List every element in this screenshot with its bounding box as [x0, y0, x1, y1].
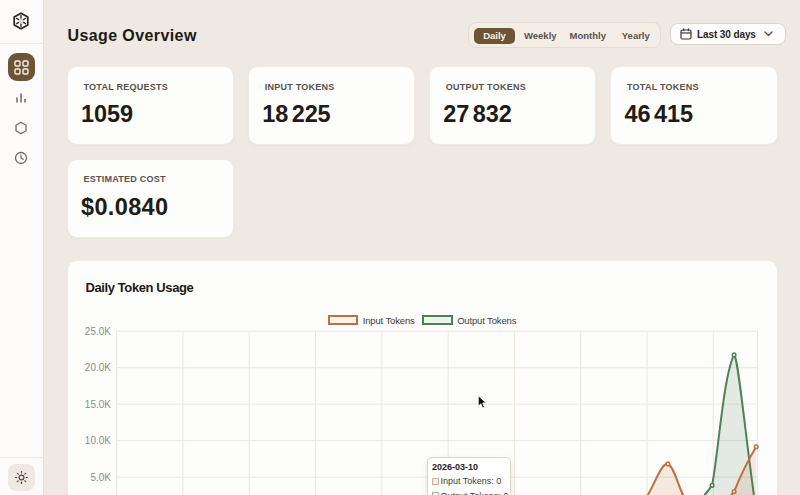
svg-text:20.0K: 20.0K — [84, 362, 110, 373]
svg-text:10.0K: 10.0K — [84, 435, 110, 446]
svg-text:15.0K: 15.0K — [84, 398, 110, 409]
svg-text:25.0K: 25.0K — [84, 325, 110, 336]
svg-text:5.0K: 5.0K — [90, 471, 111, 482]
